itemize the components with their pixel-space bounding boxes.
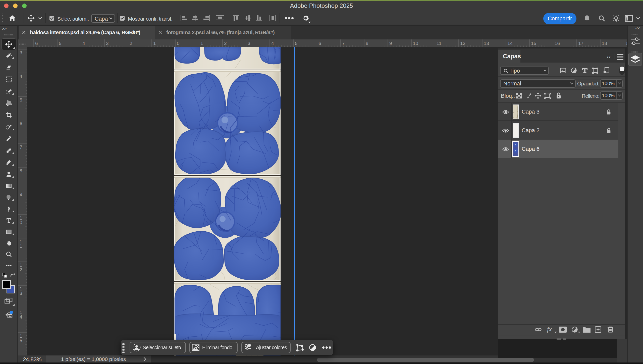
svg-text:0: 0 xyxy=(177,41,180,46)
svg-text:4: 4 xyxy=(20,314,22,320)
svg-text:3: 3 xyxy=(248,41,250,46)
svg-text:5: 5 xyxy=(59,41,62,46)
svg-text:7: 7 xyxy=(342,41,345,46)
svg-text:1: 1 xyxy=(153,41,156,46)
svg-text:6: 6 xyxy=(318,41,321,46)
svg-text:8: 8 xyxy=(20,168,22,173)
svg-text:0: 0 xyxy=(20,220,22,225)
svg-text:14: 14 xyxy=(507,41,513,46)
svg-text:7: 7 xyxy=(20,144,22,150)
svg-text:11: 11 xyxy=(437,41,442,46)
svg-text:1: 1 xyxy=(20,243,22,249)
svg-text:5: 5 xyxy=(295,41,298,46)
svg-text:4: 4 xyxy=(271,41,274,46)
svg-text:4: 4 xyxy=(20,74,22,79)
svg-text:6: 6 xyxy=(35,41,38,46)
svg-text:18: 18 xyxy=(602,41,607,46)
svg-text:13: 13 xyxy=(484,41,489,46)
svg-text:1: 1 xyxy=(200,41,203,46)
svg-text:12: 12 xyxy=(460,41,465,46)
svg-text:2: 2 xyxy=(20,267,22,272)
svg-text:8: 8 xyxy=(366,41,368,46)
svg-text:5: 5 xyxy=(20,97,22,102)
svg-text:10: 10 xyxy=(413,41,418,46)
svg-text:15: 15 xyxy=(531,41,536,46)
svg-text:16: 16 xyxy=(555,41,560,46)
svg-text:2: 2 xyxy=(130,41,132,46)
svg-text:2: 2 xyxy=(224,41,227,46)
svg-text:3: 3 xyxy=(20,50,22,55)
svg-text:9: 9 xyxy=(20,192,22,197)
svg-text:4: 4 xyxy=(82,41,85,46)
svg-text:3: 3 xyxy=(106,41,109,46)
svg-text:5: 5 xyxy=(20,338,22,343)
svg-text:9: 9 xyxy=(389,41,392,46)
svg-text:17: 17 xyxy=(578,41,583,46)
svg-text:3: 3 xyxy=(20,291,22,296)
svg-text:6: 6 xyxy=(20,121,22,126)
svg-text:19: 19 xyxy=(625,41,627,46)
